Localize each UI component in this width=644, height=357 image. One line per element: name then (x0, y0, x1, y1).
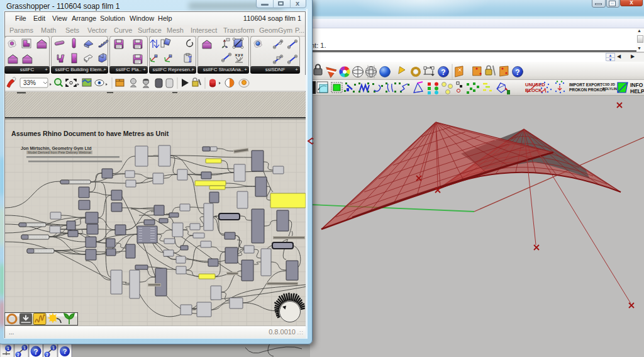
svg-text:?: ? (515, 68, 519, 77)
svg-text:2: 2 (17, 353, 19, 357)
svg-text:IMPORT EXPORT: IMPORT EXPORT (569, 82, 602, 87)
svg-text:HELP: HELP (630, 88, 644, 94)
svg-text:1: 1 (52, 346, 55, 350)
svg-text:UNUSED: UNUSED (525, 82, 545, 88)
svg-text:33%: 33% (23, 79, 36, 86)
svg-text:1: 1 (23, 346, 26, 350)
svg-text:CSD 2D: CSD 2D (602, 82, 615, 86)
svg-text:POLYLIN: POLYLIN (602, 87, 617, 91)
svg-text:?: ? (441, 68, 445, 77)
svg-text:Model Derived from Pete Debney: Model Derived from Pete Debney Webinar (28, 150, 91, 154)
svg-text:PROKON PROKON: PROKON PROKON (569, 88, 606, 92)
svg-text:x y z: x y z (235, 53, 243, 57)
svg-text:1: 1 (7, 346, 9, 351)
svg-text:?: ? (33, 348, 38, 356)
svg-text:?: ? (63, 348, 67, 355)
svg-text:INFO: INFO (630, 82, 643, 88)
svg-text:Assumes Rhino Document to have: Assumes Rhino Document to have Metres as… (11, 130, 169, 137)
svg-text:2: 2 (46, 353, 48, 357)
